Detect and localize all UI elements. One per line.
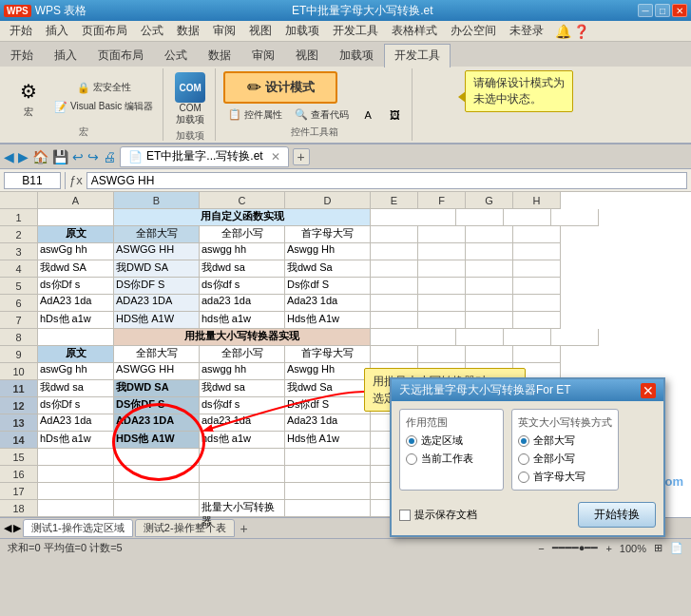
cell-B7[interactable]: HDS他 A1W <box>114 312 200 329</box>
cell-A6[interactable]: AdA23 1da <box>38 295 114 312</box>
cell-D7[interactable]: Hds他 A1w <box>285 312 371 329</box>
cell-C16[interactable] <box>200 466 285 483</box>
cell-A16[interactable] <box>38 466 114 483</box>
cell-A9[interactable]: 原文 <box>38 346 114 363</box>
col-header-F[interactable]: F <box>418 192 466 209</box>
cell-F3[interactable] <box>418 243 466 260</box>
tab-developer[interactable]: 开发工具 <box>384 44 451 67</box>
com-btn[interactable]: COM COM加载项 <box>171 70 209 127</box>
tab-formula[interactable]: 公式 <box>154 44 198 67</box>
close-btn[interactable]: ✕ <box>672 4 687 17</box>
maximize-btn[interactable]: □ <box>655 4 670 17</box>
cell-D16[interactable] <box>285 466 371 483</box>
col-header-A[interactable]: A <box>38 192 114 209</box>
cell-C15[interactable] <box>200 449 285 466</box>
scope-worksheet-radio[interactable] <box>406 453 417 465</box>
dialog-close-btn[interactable]: ✕ <box>641 383 656 398</box>
cell-A13[interactable]: AdA23 1da <box>38 414 114 432</box>
menu-formula[interactable]: 公式 <box>135 21 169 41</box>
cell-B4[interactable]: 我DWD SA <box>114 260 200 278</box>
cell-D13[interactable]: Ada23 1da <box>285 414 371 432</box>
view-page-btn[interactable]: 📄 <box>670 542 683 554</box>
convert-capitalize-radio[interactable] <box>518 472 529 483</box>
cell-H1[interactable] <box>551 209 599 226</box>
properties-btn[interactable]: 📋 控件属性 <box>223 106 286 124</box>
menu-insert[interactable]: 插入 <box>40 21 74 41</box>
cell-B13[interactable]: ADA23 1DA <box>114 414 200 432</box>
cell-A10[interactable]: aswGg hh <box>38 363 114 380</box>
sheet-nav-right[interactable]: ▶ <box>13 522 21 534</box>
col-header-D[interactable]: D <box>285 192 371 209</box>
cell-D15[interactable] <box>285 449 371 466</box>
cell-C13[interactable]: ada23 1da <box>200 414 285 432</box>
cell-D5[interactable]: Ds你df S <box>285 278 371 295</box>
cell-reference-box[interactable] <box>4 172 61 189</box>
cell-D11[interactable]: 我dwd Sa <box>285 380 371 397</box>
sheet-tab-2[interactable]: 测试2-操作整个表 <box>135 519 235 537</box>
convert-uppercase-radio[interactable] <box>518 435 529 447</box>
home-icon[interactable]: 🏠 <box>32 149 48 164</box>
design-mode-btn[interactable]: ✏ 设计模式 <box>223 71 337 104</box>
menu-table-style[interactable]: 表格样式 <box>386 21 443 41</box>
view-normal-btn[interactable]: ⊞ <box>654 542 662 554</box>
cell-A18[interactable] <box>38 500 114 517</box>
cell-B1[interactable]: 用自定义函数实现 <box>114 209 371 226</box>
cell-C3[interactable]: aswgg hh <box>200 243 285 260</box>
menu-data[interactable]: 数据 <box>171 21 205 41</box>
col-header-B[interactable]: B <box>114 192 200 209</box>
cell-D3[interactable]: Aswgg Hh <box>285 243 371 260</box>
image-btn[interactable]: 🖼 <box>383 106 406 124</box>
cell-B5[interactable]: DS你DF S <box>114 278 200 295</box>
cell-C5[interactable]: ds你df s <box>200 278 285 295</box>
cell-C7[interactable]: hds他 a1w <box>200 312 285 329</box>
menu-review[interactable]: 审阅 <box>207 21 241 41</box>
cell-E6[interactable] <box>371 295 418 312</box>
cell-H5[interactable] <box>513 278 561 295</box>
cell-G4[interactable] <box>466 260 513 278</box>
cell-E7[interactable] <box>371 312 418 329</box>
convert-lowercase-option[interactable]: 全部小写 <box>518 452 612 466</box>
cell-G7[interactable] <box>466 312 513 329</box>
menu-start[interactable]: 开始 <box>4 21 38 41</box>
cell-B16[interactable] <box>114 466 200 483</box>
cell-D14[interactable]: Hds他 A1w <box>285 432 371 449</box>
cell-F1[interactable] <box>456 209 504 226</box>
cell-A4[interactable]: 我dwd SA <box>38 260 114 278</box>
add-sheet-btn[interactable]: + <box>237 521 252 536</box>
cell-B14[interactable]: HDS他 A1W <box>114 432 200 449</box>
menu-layout[interactable]: 页面布局 <box>76 21 133 41</box>
cell-F5[interactable] <box>418 278 466 295</box>
cell-A15[interactable] <box>38 449 114 466</box>
undo-icon[interactable]: ↩ <box>72 149 84 164</box>
cell-A5[interactable]: ds你Df s <box>38 278 114 295</box>
scope-selection-option[interactable]: 选定区域 <box>406 433 497 448</box>
active-file-tab[interactable]: 📄 ET中批量字...写转换.et ✕ <box>120 146 289 167</box>
cell-A11[interactable]: 我dwd sa <box>38 380 114 397</box>
cell-B11[interactable]: 我DWD SA <box>114 380 200 397</box>
cell-C10[interactable]: aswgg hh <box>200 363 285 380</box>
cell-C17[interactable] <box>200 483 285 500</box>
menu-login[interactable]: 未登录 <box>504 21 549 41</box>
cell-E3[interactable] <box>371 243 418 260</box>
cell-G9[interactable] <box>466 346 513 363</box>
scope-worksheet-option[interactable]: 当前工作表 <box>406 452 497 466</box>
cell-G2[interactable] <box>466 226 513 243</box>
cell-D10[interactable]: Aswgg Hh <box>285 363 371 380</box>
menu-addins[interactable]: 加载项 <box>279 21 325 41</box>
convert-uppercase-option[interactable]: 全部大写 <box>518 433 612 448</box>
col-header-H[interactable]: H <box>513 192 561 209</box>
cell-H7[interactable] <box>513 312 561 329</box>
cell-A14[interactable]: hDs他 a1w <box>38 432 114 449</box>
cell-D18[interactable] <box>285 500 371 517</box>
save-checkbox-item[interactable]: 提示保存文档 <box>399 508 477 522</box>
cell-H9[interactable] <box>513 346 561 363</box>
view-code-btn[interactable]: 🔍 查看代码 <box>290 106 353 124</box>
cell-G3[interactable] <box>466 243 513 260</box>
convert-button[interactable]: 开始转换 <box>578 502 656 528</box>
cell-B15[interactable] <box>114 449 200 466</box>
cell-E2[interactable] <box>371 226 418 243</box>
cell-D17[interactable] <box>285 483 371 500</box>
cell-C2[interactable]: 全部小写 <box>200 226 285 243</box>
cell-A17[interactable] <box>38 483 114 500</box>
cell-C11[interactable]: 我dwd sa <box>200 380 285 397</box>
